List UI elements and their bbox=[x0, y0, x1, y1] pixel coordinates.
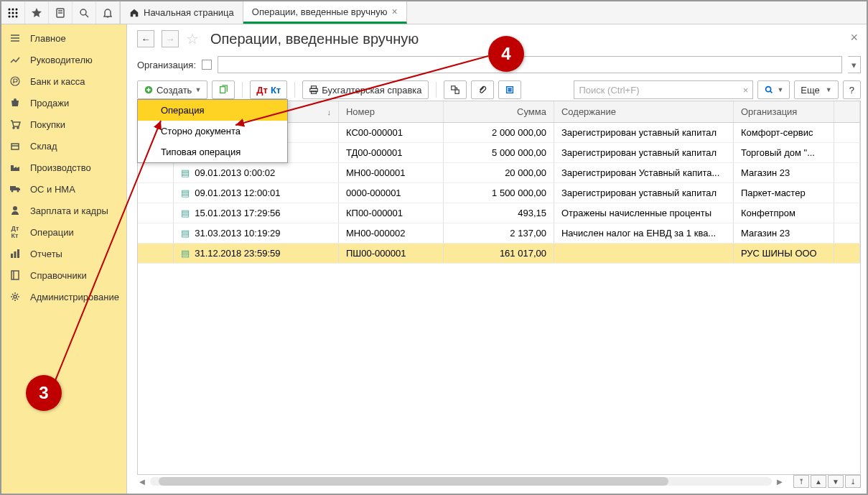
create-label: Создать bbox=[157, 85, 192, 96]
callout-4: 4 bbox=[488, 36, 524, 72]
tab-operations[interactable]: Операции, введенные вручную × bbox=[243, 1, 407, 24]
scroll-top-button[interactable]: ⤒ bbox=[793, 475, 809, 488]
scroll-up-button[interactable]: ▲ bbox=[811, 475, 826, 488]
sidebar-item-purchases[interactable]: Покупки bbox=[1, 114, 126, 135]
close-icon[interactable]: × bbox=[850, 30, 858, 45]
tab-close-icon[interactable]: × bbox=[392, 6, 398, 17]
table-row[interactable]: ▤ 31.03.2013 10:19:29МН00-0000022 137,00… bbox=[138, 223, 860, 244]
search-input[interactable] bbox=[579, 85, 748, 96]
cell-content bbox=[554, 244, 734, 263]
more-button[interactable]: Еще▼ bbox=[794, 80, 838, 99]
dtkt-button[interactable]: ДтКт bbox=[250, 80, 287, 99]
cell-number: МН00-000002 bbox=[339, 223, 444, 243]
cell-sum: 20 000,00 bbox=[444, 163, 554, 182]
svg-point-17 bbox=[13, 206, 17, 211]
person-icon bbox=[9, 204, 22, 217]
cell-org: Паркет-мастер bbox=[734, 183, 834, 203]
sidebar-item-manager[interactable]: Руководителю bbox=[1, 49, 126, 70]
sidebar: Главное Руководителю Банк и касса Продаж… bbox=[1, 24, 127, 494]
col-number[interactable]: Номер bbox=[339, 101, 444, 122]
cell-number: КП00-000001 bbox=[339, 203, 444, 223]
svg-point-16 bbox=[17, 190, 19, 193]
sidebar-label: Покупки bbox=[30, 119, 65, 130]
top-toolbar: Начальная страница Операции, введенные в… bbox=[1, 1, 867, 24]
org-checkbox[interactable] bbox=[202, 60, 212, 70]
cell-org: Магазин 23 bbox=[734, 163, 834, 182]
col-content[interactable]: Содержание bbox=[554, 101, 734, 122]
org-label: Организация: bbox=[137, 60, 196, 70]
search-clear-icon[interactable]: × bbox=[743, 85, 749, 96]
history-icon[interactable] bbox=[49, 1, 73, 24]
find-button[interactable]: ▼ bbox=[757, 80, 790, 99]
cell-content: Зарегистрирован Уставный капита... bbox=[554, 163, 734, 182]
bell-icon[interactable] bbox=[96, 1, 120, 24]
related-button[interactable] bbox=[444, 80, 467, 99]
scroll-right-icon[interactable]: ► bbox=[775, 476, 785, 487]
print-button[interactable]: Бухгалтерская справка bbox=[302, 80, 428, 99]
sidebar-item-warehouse[interactable]: Склад bbox=[1, 135, 126, 157]
sidebar-item-main[interactable]: Главное bbox=[1, 27, 126, 49]
col-org[interactable]: Организация bbox=[734, 101, 834, 122]
org-dropdown-icon[interactable]: ▾ bbox=[848, 56, 861, 73]
svg-point-11 bbox=[11, 77, 19, 85]
scroll-left-icon[interactable]: ◄ bbox=[137, 476, 147, 487]
svg-point-8 bbox=[16, 15, 18, 17]
favorite-star-icon[interactable]: ☆ bbox=[186, 30, 199, 47]
sidebar-item-assets[interactable]: ОС и НМА bbox=[1, 178, 126, 200]
sidebar-item-sales[interactable]: Продажи bbox=[1, 92, 126, 114]
scroll-thumb[interactable] bbox=[159, 477, 668, 486]
col-extra[interactable] bbox=[834, 101, 860, 122]
cell-date: ▤ 15.01.2013 17:29:56 bbox=[174, 203, 339, 223]
org-input[interactable] bbox=[218, 56, 842, 73]
svg-point-5 bbox=[16, 11, 18, 14]
apps-icon[interactable] bbox=[1, 1, 25, 24]
list-button[interactable] bbox=[498, 80, 521, 99]
scroll-track[interactable] bbox=[150, 477, 772, 486]
cell-number: КС00-000001 bbox=[339, 123, 444, 142]
factory-icon bbox=[9, 161, 22, 174]
svg-point-12 bbox=[13, 127, 14, 129]
svg-point-4 bbox=[12, 11, 14, 14]
copy-button[interactable] bbox=[212, 80, 235, 99]
svg-rect-18 bbox=[11, 254, 13, 258]
sidebar-item-admin[interactable]: Администрирование bbox=[1, 286, 126, 307]
cell-sum: 2 000 000,00 bbox=[444, 123, 554, 142]
svg-rect-20 bbox=[17, 249, 19, 258]
help-button[interactable]: ? bbox=[843, 80, 861, 99]
horizontal-scrollbar: ◄ ► ⤒ ▲ ▼ ⤓ bbox=[137, 475, 861, 488]
forward-button[interactable]: → bbox=[162, 30, 179, 47]
back-button[interactable]: ← bbox=[137, 30, 154, 47]
svg-point-13 bbox=[17, 127, 19, 129]
scroll-down-button[interactable]: ▼ bbox=[828, 475, 844, 488]
sidebar-item-salary[interactable]: Зарплата и кадры bbox=[1, 200, 126, 221]
svg-point-10 bbox=[80, 9, 86, 15]
svg-rect-24 bbox=[220, 87, 225, 93]
table-row[interactable]: ▤ 31.12.2018 23:59:59ПШ00-000001161 017,… bbox=[138, 244, 860, 264]
sidebar-item-production[interactable]: Производство bbox=[1, 157, 126, 178]
cell-content: Зарегистрирован уставный капитал bbox=[554, 143, 734, 162]
svg-point-3 bbox=[9, 11, 11, 14]
search-box[interactable]: × bbox=[574, 80, 753, 99]
dropdown-item-typical[interactable]: Типовая операция bbox=[138, 142, 287, 162]
sidebar-item-reports[interactable]: Отчеты bbox=[1, 243, 126, 264]
cell-content: Зарегистрирован уставный капитал bbox=[554, 123, 734, 142]
sidebar-item-bank[interactable]: Банк и касса bbox=[1, 70, 126, 92]
create-button[interactable]: Создать ▼ bbox=[137, 80, 207, 99]
cell-content: Зарегистрирован уставный капитал bbox=[554, 183, 734, 203]
star-icon[interactable] bbox=[25, 1, 49, 24]
tab-home[interactable]: Начальная страница bbox=[121, 1, 243, 24]
dropdown-item-storno[interactable]: Сторно документа bbox=[138, 121, 287, 142]
sidebar-item-references[interactable]: Справочники bbox=[1, 264, 126, 286]
page-title: Операции, введенные вручную bbox=[210, 31, 419, 47]
dropdown-item-operation[interactable]: Операция bbox=[138, 100, 287, 121]
table-row[interactable]: ▤ 09.01.2013 12:00:010000-0000011 500 00… bbox=[138, 183, 860, 203]
cell-org: Конфетпром bbox=[734, 203, 834, 223]
search-icon[interactable] bbox=[73, 1, 96, 24]
table-row[interactable]: ▤ 09.01.2013 0:00:02МН00-00000120 000,00… bbox=[138, 163, 860, 183]
sidebar-label: Склад bbox=[30, 141, 57, 152]
sidebar-item-operations[interactable]: ДтКтОперации bbox=[1, 221, 126, 243]
scroll-bottom-button[interactable]: ⤓ bbox=[845, 475, 861, 488]
col-sum[interactable]: Сумма bbox=[444, 101, 554, 122]
table-row[interactable]: ▤ 15.01.2013 17:29:56КП00-000001493,15От… bbox=[138, 203, 860, 223]
attach-button[interactable] bbox=[471, 80, 494, 99]
